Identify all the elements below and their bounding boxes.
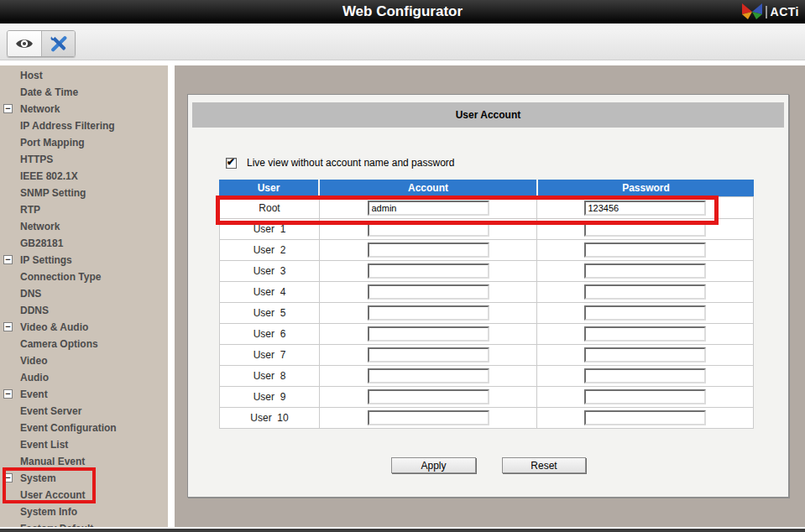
password-input-user-1[interactable] (584, 222, 706, 237)
user-label: User 3 (220, 261, 320, 281)
sidebar-item-manual-event[interactable]: Manual Event (0, 453, 168, 470)
sidebar-item-gb28181[interactable]: GB28181 (0, 235, 168, 252)
table-row-user-9: User 9 (220, 386, 753, 407)
sidebar-item-rtp[interactable]: RTP (0, 201, 168, 218)
reset-button[interactable]: Reset (502, 457, 586, 473)
user-label: User 1 (220, 219, 320, 239)
password-input-user-6[interactable] (584, 326, 706, 342)
brand-divider (766, 6, 767, 18)
table-row-user-6: User 6 (220, 323, 753, 344)
table-header-row: User Account Password (219, 180, 754, 196)
sidebar-item-snmp-setting[interactable]: SNMP Setting (0, 185, 168, 201)
sidebar-item-user-account[interactable]: User Account (0, 487, 168, 503)
sidebar-item-label: Factory Default (20, 523, 93, 527)
account-cell (320, 408, 537, 428)
sidebar-item-event-list[interactable]: Event List (0, 436, 168, 453)
password-input-user-8[interactable] (584, 368, 706, 383)
sidebar-item-label: Connection Type (20, 271, 101, 283)
sidebar-item-network[interactable]: Network (0, 218, 168, 235)
sidebar-item-label: HTTPS (20, 154, 53, 165)
collapse-minus-icon[interactable]: − (3, 255, 13, 264)
sidebar-item-label: Video (20, 355, 47, 367)
account-cell (320, 345, 537, 365)
setup-button[interactable] (41, 31, 75, 56)
account-input-user-2[interactable] (368, 243, 489, 258)
table-row-user-8: User 8 (220, 365, 753, 386)
user-label: User 5 (220, 303, 320, 323)
sidebar-item-label: Event (20, 389, 48, 400)
sidebar-item-https[interactable]: HTTPS (0, 151, 168, 168)
password-input-root[interactable] (584, 201, 706, 216)
account-input-user-1[interactable] (368, 222, 489, 237)
table-row-user-2: User 2 (220, 239, 753, 260)
sidebar-item-video-audio[interactable]: −Video & Audio (0, 319, 168, 336)
user-label: User 10 (220, 408, 320, 428)
sidebar-item-ip-address-filtering[interactable]: IP Address Filtering (0, 117, 168, 134)
mode-button-group (7, 30, 76, 57)
password-input-user-9[interactable] (584, 389, 706, 404)
brand-logo: ACTi (741, 0, 799, 23)
live-view-button[interactable] (8, 31, 41, 56)
sidebar-item-event-configuration[interactable]: Event Configuration (0, 420, 168, 436)
sidebar-item-label: Event List (20, 439, 68, 451)
account-cell (320, 303, 537, 323)
sidebar-item-audio[interactable]: Audio (0, 369, 168, 386)
password-input-user-5[interactable] (584, 305, 706, 321)
collapse-minus-icon[interactable]: − (3, 473, 13, 482)
apply-button[interactable]: Apply (391, 457, 476, 473)
account-input-root[interactable] (368, 201, 489, 216)
account-input-user-10[interactable] (368, 410, 489, 425)
account-input-user-4[interactable] (368, 284, 489, 300)
account-cell (320, 197, 537, 218)
sidebar-item-camera-options[interactable]: Camera Options (0, 336, 168, 352)
sidebar-item-event[interactable]: −Event (0, 386, 168, 403)
sidebar-item-host[interactable]: Host (0, 67, 168, 84)
password-cell (537, 261, 752, 281)
password-input-user-4[interactable] (584, 284, 706, 300)
sidebar-item-event-server[interactable]: Event Server (0, 403, 168, 420)
sidebar-item-port-mapping[interactable]: Port Mapping (0, 134, 168, 151)
sidebar-item-label: GB28181 (20, 237, 63, 249)
table-row-user-7: User 7 (220, 344, 753, 365)
live-view-checkbox-label: Live view without account name and passw… (247, 157, 454, 169)
sidebar-item-factory-default[interactable]: Factory Default (0, 520, 168, 527)
page-title: Web Configurator (0, 0, 805, 23)
password-input-user-10[interactable] (584, 410, 706, 425)
sidebar-item-label: Date & Time (20, 86, 78, 98)
check-icon: ✔ (227, 156, 235, 168)
password-input-user-7[interactable] (584, 347, 706, 362)
sidebar-item-label: Host (20, 70, 43, 81)
sidebar-item-date-time[interactable]: Date & Time (0, 84, 168, 101)
password-input-user-2[interactable] (584, 243, 706, 258)
collapse-minus-icon[interactable]: − (3, 389, 13, 399)
sidebar-item-connection-type[interactable]: Connection Type (0, 269, 168, 285)
sidebar-item-video[interactable]: Video (0, 352, 168, 369)
collapse-minus-icon[interactable]: − (3, 322, 13, 331)
account-input-user-9[interactable] (368, 389, 489, 404)
sidebar-item-network[interactable]: −Network (0, 101, 168, 117)
account-input-user-7[interactable] (368, 347, 489, 362)
sidebar-item-system-info[interactable]: System Info (0, 503, 168, 520)
user-label: User 8 (220, 366, 320, 386)
sidebar-item-dns[interactable]: DNS (0, 285, 168, 302)
sidebar-item-label: RTP (20, 204, 40, 216)
live-view-checkbox[interactable]: ✔ (226, 158, 237, 169)
password-input-user-3[interactable] (584, 263, 706, 279)
sidebar-item-ddns[interactable]: DDNS (0, 302, 168, 319)
account-input-user-3[interactable] (368, 263, 489, 279)
column-header-user: User (219, 180, 318, 196)
account-input-user-6[interactable] (368, 326, 489, 342)
sidebar-item-ieee-802-1x[interactable]: IEEE 802.1X (0, 168, 168, 185)
table-row-user-10: User 10 (220, 407, 753, 428)
collapse-minus-icon[interactable]: − (3, 104, 13, 113)
sidebar-item-ip-settings[interactable]: −IP Settings (0, 252, 168, 269)
password-cell (537, 240, 752, 260)
account-cell (320, 324, 537, 344)
password-cell (537, 303, 752, 323)
sidebar-item-label: Network (20, 103, 60, 115)
account-input-user-5[interactable] (368, 305, 489, 321)
sidebar-item-system[interactable]: −System (0, 470, 168, 487)
column-header-account: Account (320, 180, 536, 196)
table-body: RootUser 1User 2User 3User 4User 5User 6… (219, 196, 754, 429)
account-input-user-8[interactable] (368, 368, 489, 383)
